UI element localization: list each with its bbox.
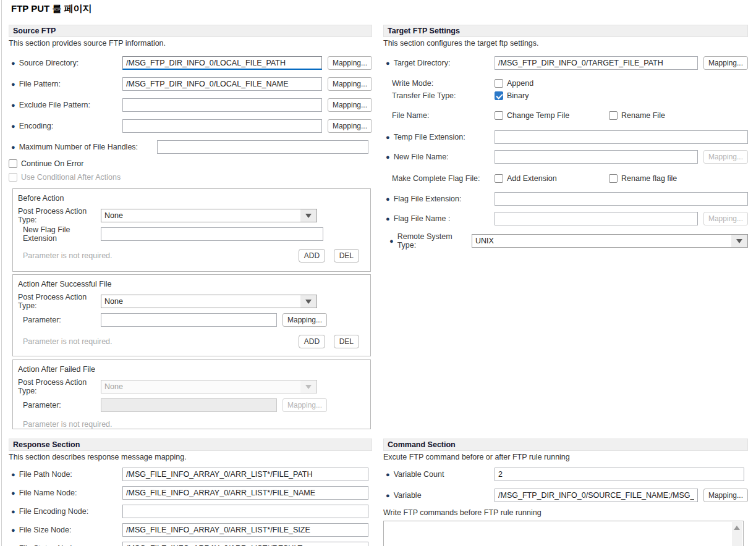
- before-action-del-button[interactable]: DEL: [334, 249, 359, 262]
- before-action-footer: Parameter is not required. ADD DEL: [18, 248, 370, 263]
- make-complete-flag-label: Make Complete Flag File:: [383, 174, 495, 183]
- file-name-node-label: ●File Name Node:: [9, 489, 122, 497]
- file-name-node-row: ●File Name Node:: [9, 486, 372, 500]
- flag-file-name-label: ●Flag File Name :: [383, 214, 495, 223]
- new-flag-extension-row: New Flag File Extension: [18, 227, 370, 241]
- file-pattern-input[interactable]: [122, 77, 322, 91]
- required-bullet: ●: [389, 237, 394, 245]
- change-temp-file-checkbox[interactable]: [495, 111, 503, 120]
- remote-system-type-row: ●Remote System Type: UNIX: [383, 234, 748, 248]
- new-file-name-row: ●New File Name: Mapping...: [383, 150, 748, 164]
- after-success-del-button[interactable]: DEL: [334, 335, 359, 348]
- file-pattern-mapping-button[interactable]: Mapping...: [328, 77, 372, 91]
- write-mode-label: Write Mode:: [383, 79, 495, 88]
- append-checkbox[interactable]: [495, 79, 503, 88]
- after-failed-group: Action After Failed File Post Process Ac…: [12, 359, 371, 429]
- parameter-note: Parameter is not required.: [23, 251, 113, 260]
- variable-mapping-button[interactable]: Mapping...: [703, 489, 748, 502]
- variable-row: ●Variable Mapping...: [383, 489, 748, 502]
- exclude-file-pattern-row: ●Exclude File Pattern: Mapping...: [9, 98, 372, 112]
- required-bullet: ●: [11, 101, 15, 109]
- before-action-type-row: Post Process Action Type: None: [18, 209, 370, 222]
- after-success-group: Action After Successful File Post Proces…: [12, 274, 371, 356]
- variable-count-input[interactable]: [495, 468, 744, 481]
- max-file-handles-input[interactable]: [157, 140, 368, 154]
- textarea-scrollbar[interactable]: [732, 522, 742, 546]
- file-size-node-input[interactable]: [122, 523, 368, 537]
- target-ftp-description: This section configures the target ftp s…: [383, 39, 748, 49]
- required-bullet: ●: [11, 143, 15, 151]
- before-action-add-button[interactable]: ADD: [299, 249, 325, 262]
- after-failed-parameter-mapping-button: Mapping...: [282, 398, 327, 412]
- encoding-label: ●Encoding:: [9, 122, 122, 130]
- write-mode-row: Write Mode: Append: [383, 78, 748, 88]
- source-ftp-header: Source FTP: [9, 25, 372, 37]
- add-extension-checkbox[interactable]: [495, 174, 503, 183]
- new-flag-extension-input[interactable]: [101, 227, 323, 241]
- use-conditional-row: Use Conditional After Actions: [9, 172, 372, 182]
- required-bullet: ●: [11, 526, 15, 534]
- file-pattern-label: ●File Pattern:: [9, 80, 122, 88]
- source-directory-mapping-button[interactable]: Mapping...: [328, 56, 372, 70]
- post-process-action-type-label: Post Process Action Type:: [18, 207, 101, 224]
- variable-label: ●Variable: [383, 491, 495, 500]
- flag-file-extension-input[interactable]: [495, 192, 748, 206]
- section-command: Command Section Excute FTP command befor…: [383, 439, 748, 546]
- commands-before-textarea[interactable]: [383, 521, 744, 546]
- exclude-file-pattern-mapping-button[interactable]: Mapping...: [328, 98, 372, 112]
- after-success-add-button[interactable]: ADD: [299, 335, 325, 348]
- temp-file-extension-label: ●Temp File Extension:: [383, 133, 495, 141]
- chevron-down-icon: [300, 209, 316, 222]
- file-path-node-input[interactable]: [122, 468, 368, 481]
- required-bullet: ●: [386, 471, 390, 478]
- source-directory-input[interactable]: [122, 56, 322, 70]
- encoding-row: ●Encoding: Mapping...: [9, 119, 372, 133]
- encoding-input[interactable]: [122, 119, 322, 133]
- binary-checkbox[interactable]: [495, 91, 503, 100]
- required-bullet: ●: [11, 471, 15, 478]
- binary-label: Binary: [507, 91, 529, 100]
- parameter-note: Parameter is not required.: [23, 337, 113, 346]
- continue-on-error-checkbox[interactable]: [9, 159, 17, 168]
- parameter-label: Parameter:: [18, 401, 101, 410]
- required-bullet: ●: [386, 195, 390, 203]
- file-encoding-node-input[interactable]: [122, 505, 368, 518]
- exclude-file-pattern-label: ●Exclude File Pattern:: [9, 101, 122, 109]
- after-failed-title: Action After Failed File: [18, 365, 370, 375]
- response-header: Response Section: [9, 439, 372, 451]
- after-success-type-select[interactable]: None: [101, 295, 317, 308]
- target-directory-mapping-button[interactable]: Mapping...: [703, 56, 748, 70]
- exclude-file-pattern-input[interactable]: [122, 98, 322, 112]
- continue-on-error-row: Continue On Error: [9, 159, 372, 169]
- after-success-parameter-row: Parameter: Mapping...: [18, 313, 370, 327]
- parameter-note: Parameter is not required.: [23, 420, 113, 429]
- target-directory-input[interactable]: [495, 56, 698, 70]
- make-complete-flag-row: Make Complete Flag File: Add Extension R…: [383, 174, 748, 183]
- append-label: Append: [507, 79, 533, 88]
- rename-flag-file-label: Rename flag file: [621, 174, 677, 183]
- file-name-node-input[interactable]: [122, 486, 368, 500]
- source-directory-label: ●Source Directory:: [9, 59, 122, 67]
- rename-file-checkbox[interactable]: [609, 111, 618, 120]
- chevron-down-icon: [300, 380, 316, 393]
- chevron-down-icon: [731, 235, 747, 247]
- after-success-parameter-input[interactable]: [101, 313, 277, 327]
- flag-file-name-input[interactable]: [495, 212, 698, 225]
- after-success-parameter-mapping-button[interactable]: Mapping...: [282, 313, 327, 327]
- after-success-footer: Parameter is not required. ADD DEL: [18, 334, 370, 349]
- before-action-type-select[interactable]: None: [101, 209, 317, 222]
- encoding-mapping-button[interactable]: Mapping...: [328, 119, 372, 133]
- temp-file-extension-input[interactable]: [495, 130, 748, 144]
- file-name-label: File Name:: [383, 111, 495, 120]
- file-status-node-input[interactable]: [122, 542, 368, 546]
- required-bullet: ●: [386, 153, 390, 161]
- file-encoding-node-row: ●File Encoding Node:: [9, 505, 372, 518]
- file-name-row: File Name: Change Temp File Rename File: [383, 111, 748, 120]
- command-header: Command Section: [383, 439, 748, 451]
- rename-file-label: Rename File: [621, 111, 665, 120]
- rename-flag-file-checkbox[interactable]: [609, 174, 618, 183]
- new-file-name-input[interactable]: [495, 150, 698, 164]
- remote-system-type-select[interactable]: UNIX: [472, 234, 748, 248]
- after-failed-parameter-row: Parameter: Mapping...: [18, 398, 370, 412]
- variable-input[interactable]: [495, 489, 698, 502]
